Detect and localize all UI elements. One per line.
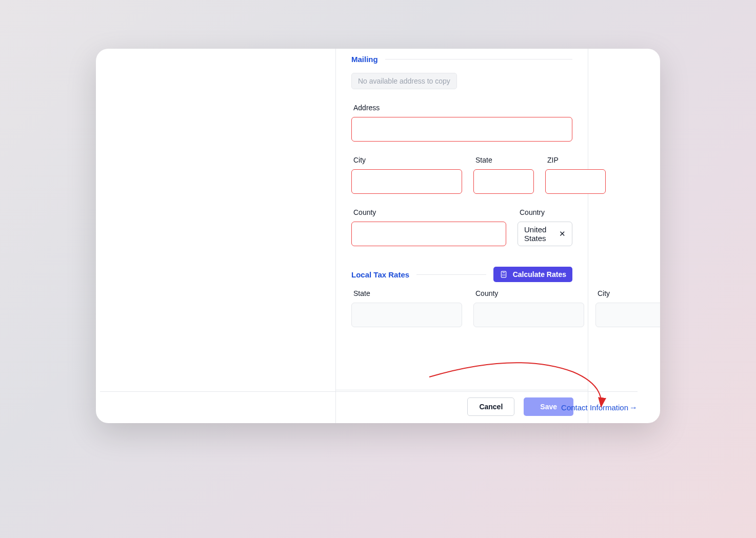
country-label: Country (518, 208, 572, 216)
state-field[interactable] (473, 169, 534, 194)
next-step-link[interactable]: Contact Information → (561, 403, 638, 412)
state-label: State (473, 156, 534, 164)
form-panel: Mailing No available address to copy Add… (335, 49, 588, 423)
arrow-right-icon: → (629, 403, 638, 412)
county-field[interactable] (351, 222, 506, 246)
address-field[interactable] (351, 117, 572, 142)
calculate-rates-label: Calculate Rates (513, 270, 566, 278)
city-label: City (351, 156, 462, 164)
tax-state-field[interactable] (351, 303, 462, 327)
country-value: United States (524, 225, 559, 243)
mailing-section-header: Mailing (351, 55, 572, 64)
city-field[interactable] (351, 169, 462, 194)
copy-address-button: No available address to copy (351, 73, 457, 89)
tax-section-header: Local Tax Rates (351, 267, 572, 282)
next-step-label: Contact Information (561, 403, 628, 412)
zip-field[interactable] (545, 169, 606, 194)
calculate-rates-button[interactable]: Calculate Rates (493, 267, 572, 282)
calculator-icon (500, 270, 508, 278)
mailing-title: Mailing (351, 55, 378, 64)
divider (385, 59, 572, 59)
address-label: Address (351, 104, 572, 112)
zip-label: ZIP (545, 156, 606, 164)
divider (416, 274, 486, 275)
copy-address-label: No available address to copy (358, 77, 450, 85)
tax-city-label: City (595, 289, 660, 297)
clear-icon[interactable]: ✕ (559, 229, 566, 238)
county-label: County (351, 208, 506, 216)
tax-state-label: State (351, 289, 462, 297)
country-select[interactable]: United States ✕ (518, 222, 572, 246)
tax-county-field[interactable] (473, 303, 584, 327)
bottom-nav: Contact Information → (100, 391, 638, 423)
tax-city-field[interactable] (595, 303, 660, 327)
main-card: Mailing No available address to copy Add… (96, 49, 660, 423)
tax-county-label: County (473, 289, 584, 297)
tax-title: Local Tax Rates (351, 270, 409, 279)
